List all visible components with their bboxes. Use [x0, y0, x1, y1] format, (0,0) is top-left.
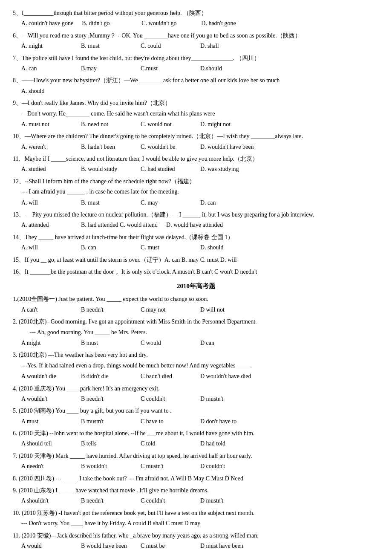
- 2010-q3-option-b: B didn't die: [81, 372, 132, 381]
- 2010-q3-text: 3. (2010北京) ---The weather has been very…: [13, 350, 379, 360]
- question-5: 5、I__________through that bitter period …: [13, 9, 379, 29]
- 2010-q3-options: A wouldn't die B didn't die C hadn't die…: [21, 372, 379, 381]
- q13-text: 13、— Pity you missed the lecture on nucl…: [13, 210, 379, 220]
- 2010-q4-text: 4. (2010 重庆卷) You ____ park here! It's a…: [13, 384, 379, 393]
- 2010-question-1: 1.(2010全国卷一) Just be patient. You _____ …: [13, 295, 379, 315]
- q11-option-a: A. studied: [21, 165, 72, 174]
- q14-option-a: A. will: [21, 243, 72, 252]
- 2010-q2-option-d: D can: [200, 338, 251, 348]
- 2010-q11-text: 11. (2010 安徽)---Jack described his fathe…: [13, 531, 379, 541]
- q12-option-a: A. will: [21, 198, 72, 208]
- q13-option-a: A. attended: [21, 220, 72, 230]
- q14-option-c: C. must: [141, 243, 192, 252]
- 2010-q9-options: A shouldn't B needn't C couldn't D mustn…: [21, 496, 379, 506]
- q14-text: 14、They _____ have arrived at lunch-time…: [13, 233, 379, 242]
- 2010-q1-option-b: B needn't: [81, 305, 132, 315]
- q5-option-b: B. didn't go: [82, 19, 133, 28]
- 2010-q9-option-a: A shouldn't: [21, 496, 72, 506]
- question-16: 16、It _______be the postman at the door …: [13, 267, 379, 277]
- 2010-q2-option-c: C would: [141, 338, 192, 348]
- 2010-q7-option-b: B wouldn't: [81, 462, 132, 471]
- q14-option-d: D. should: [200, 243, 251, 252]
- q6-option-c: C. could: [141, 41, 192, 51]
- question-8: 8、——How's your new babysitter?（浙江）—We __…: [13, 76, 379, 96]
- 2010-q1-text: 1.(2010全国卷一) Just be patient. You _____ …: [13, 295, 379, 304]
- q9-text: 9、—I don't really like James. Why did yo…: [13, 98, 379, 108]
- question-11: 11、Maybe if I _____science, and not lite…: [13, 154, 379, 174]
- 2010-q3-option-c: C hadn't died: [141, 372, 192, 381]
- 2010-q7-options: A needn't B wouldn't C mustn't D couldn'…: [21, 462, 379, 471]
- 2010-q5-option-b: B mustn't: [81, 417, 132, 426]
- 2010-q10-text: 10. (2010 江苏卷) -I haven't got the refere…: [13, 509, 379, 518]
- q10-option-d: D. wouldn't have been: [200, 142, 254, 152]
- q6-text: 6、—Will you read me a story ,Mummy？ --OK…: [13, 31, 379, 40]
- q9-options: A. must not B. need not C. would not D. …: [21, 120, 379, 129]
- 2010-q4-option-d: D mustn't: [200, 394, 251, 404]
- 2010-question-7: 7. (2010 天津卷) Mark _____ have hurried. A…: [13, 451, 379, 471]
- 2010-q7-option-d: D couldn't: [200, 462, 251, 471]
- 2010-q3-sub: ---Yes. If it had rained even a drop, th…: [21, 361, 379, 370]
- q14-options: A. will B. can C. must D. should: [21, 243, 379, 252]
- 2010-q5-option-c: C have to: [141, 417, 192, 426]
- question-13: 13、— Pity you missed the lecture on nucl…: [13, 210, 379, 230]
- q12-options: A. will B. must C. may D. can: [21, 198, 379, 208]
- 2010-q6-text: 6. (2010 天津) --John went to the hospital…: [13, 429, 379, 438]
- 2010-q9-option-c: C couldn't: [141, 496, 192, 506]
- 2010-q5-text: 5. (2010 湖南卷) You ____ buy a gift, but y…: [13, 406, 379, 416]
- 2010-q4-option-a: A wouldn't: [21, 394, 72, 404]
- 2010-q1-options: A can't B needn't C may not D will not: [21, 305, 379, 315]
- 2010-q7-option-c: C mustn't: [141, 462, 192, 471]
- 2010-q5-option-a: A must: [21, 417, 72, 426]
- q8-options: A. should: [21, 87, 379, 96]
- 2010-q1-option-d: D will not: [200, 305, 251, 315]
- 2010-q5-option-d: D don't have to: [200, 417, 251, 426]
- 2010-q4-option-c: C couldn't: [141, 394, 192, 404]
- q11-text: 11、Maybe if I _____science, and not lite…: [13, 154, 379, 164]
- q9-sub: —Don't worry. He________ come. He said h…: [21, 109, 379, 119]
- q13-options: A. attended B. had attended C. would att…: [21, 220, 379, 230]
- 2010-q11-options: A would B would have been C must be D mu…: [21, 541, 379, 551]
- 2010-q2-option-b: B must: [81, 338, 132, 348]
- q5-option-a: A. couldn't have gone: [21, 19, 73, 28]
- q15-text: 15、If you __ go, at least wait until the…: [13, 255, 379, 265]
- q5-text: 5、I__________through that bitter period …: [13, 9, 379, 18]
- 2010-q7-text: 7. (2010 天津卷) Mark _____ have hurried. A…: [13, 451, 379, 461]
- 2010-question-9: 9. (2010 山东卷) I _____ have watched that …: [13, 486, 379, 506]
- 2010-q4-option-b: B needn't: [81, 394, 132, 404]
- 2010-q3-option-a: A wouldn't die: [21, 372, 72, 381]
- 2010-q1-option-c: C may not: [141, 305, 192, 315]
- q9-option-d: D. might not: [200, 120, 251, 129]
- question-7: 7、The police still have I found the lost…: [13, 54, 379, 74]
- page-content: 5、I__________through that bitter period …: [13, 9, 379, 555]
- q7-option-a: A. can: [21, 64, 72, 73]
- 2010-q11-option-b: B would have been: [81, 541, 132, 551]
- 2010-q9-option-b: B needn't: [81, 496, 132, 506]
- q12-option-b: B. must: [81, 198, 132, 208]
- 2010-q9-option-d: D mustn't: [200, 496, 251, 506]
- q8-option-a: A. should: [21, 87, 72, 96]
- q11-option-c: C. had studied: [141, 165, 192, 174]
- 2010-q1-option-a: A can't: [21, 305, 72, 315]
- q11-option-d: D. was studying: [200, 165, 251, 174]
- 2010-q9-text: 9. (2010 山东卷) I _____ have watched that …: [13, 486, 379, 495]
- 2010-q8-text: 8. (2010 四川卷) --- _____ I take the book …: [13, 474, 379, 483]
- 2010-q10-sub: --- Don't worry. You ____ have it by Fri…: [21, 519, 379, 528]
- q7-option-b: B.may: [81, 64, 132, 73]
- 2010-q2-option-a: A might: [21, 338, 72, 348]
- q10-option-b: B. hadn't been: [81, 142, 132, 152]
- q14-option-b: B. can: [81, 243, 132, 252]
- q12-option-c: C. may: [141, 198, 192, 208]
- 2010-q11-option-d: D must have been: [200, 541, 251, 551]
- 2010-q2-options: A might B must C would D can: [21, 338, 379, 348]
- question-9: 9、—I don't really like James. Why did yo…: [13, 98, 379, 129]
- q12-option-d: D. can: [200, 198, 251, 208]
- q5-options: A. couldn't have gone B. didn't go C. wo…: [21, 19, 379, 28]
- 2010-question-5: 5. (2010 湖南卷) You ____ buy a gift, but y…: [13, 406, 379, 426]
- 2010-question-6: 6. (2010 天津) --John went to the hospital…: [13, 429, 379, 449]
- q11-options: A. studied B. would study C. had studied…: [21, 165, 379, 174]
- q8-text: 8、——How's your new babysitter?（浙江）—We __…: [13, 76, 379, 85]
- q11-option-b: B. would study: [81, 165, 132, 174]
- 2010-q4-options: A wouldn't B needn't C couldn't D mustn'…: [21, 394, 379, 404]
- 2010-q3-option-d: D wouldn't have died: [200, 372, 251, 381]
- q16-text: 16、It _______be the postman at the door …: [13, 267, 379, 277]
